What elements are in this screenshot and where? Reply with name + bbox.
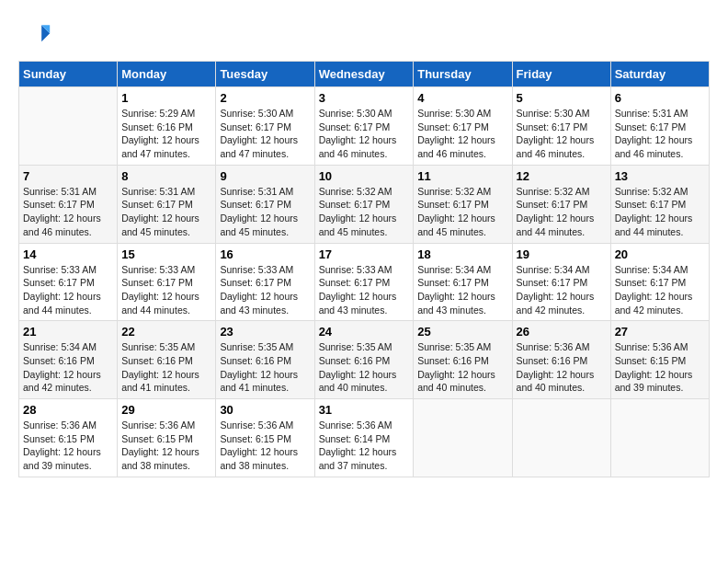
- day-number: 20: [615, 247, 705, 261]
- page-header: [18, 18, 710, 52]
- day-cell: 15Sunrise: 5:33 AM Sunset: 6:17 PM Dayli…: [118, 243, 216, 321]
- week-row-2: 7Sunrise: 5:31 AM Sunset: 6:17 PM Daylig…: [19, 165, 710, 243]
- day-cell: 25Sunrise: 5:35 AM Sunset: 6:16 PM Dayli…: [414, 321, 512, 399]
- day-cell: 5Sunrise: 5:30 AM Sunset: 6:17 PM Daylig…: [512, 87, 610, 166]
- day-info: Sunrise: 5:36 AM Sunset: 6:15 PM Dayligh…: [121, 419, 211, 473]
- day-info: Sunrise: 5:36 AM Sunset: 6:16 PM Dayligh…: [517, 340, 607, 395]
- header-saturday: Saturday: [610, 62, 709, 87]
- day-info: Sunrise: 5:33 AM Sunset: 6:17 PM Dayligh…: [220, 263, 310, 317]
- day-cell: 10Sunrise: 5:32 AM Sunset: 6:17 PM Dayli…: [314, 165, 414, 243]
- day-number: 27: [615, 325, 705, 339]
- day-cell: 27Sunrise: 5:36 AM Sunset: 6:15 PM Dayli…: [610, 321, 709, 399]
- day-cell: 17Sunrise: 5:33 AM Sunset: 6:17 PM Dayli…: [314, 243, 414, 321]
- week-row-5: 28Sunrise: 5:36 AM Sunset: 6:15 PM Dayli…: [19, 399, 710, 477]
- day-cell: 7Sunrise: 5:31 AM Sunset: 6:17 PM Daylig…: [19, 165, 118, 243]
- day-cell: 28Sunrise: 5:36 AM Sunset: 6:15 PM Dayli…: [19, 399, 118, 477]
- header-monday: Monday: [118, 62, 216, 87]
- day-info: Sunrise: 5:30 AM Sunset: 6:17 PM Dayligh…: [417, 107, 507, 161]
- day-number: 24: [319, 325, 410, 339]
- day-cell: 4Sunrise: 5:30 AM Sunset: 6:17 PM Daylig…: [414, 87, 512, 166]
- day-number: 12: [517, 169, 607, 183]
- day-info: Sunrise: 5:30 AM Sunset: 6:17 PM Dayligh…: [220, 107, 310, 161]
- day-info: Sunrise: 5:35 AM Sunset: 6:16 PM Dayligh…: [121, 340, 211, 395]
- day-cell: 6Sunrise: 5:31 AM Sunset: 6:17 PM Daylig…: [610, 87, 709, 166]
- day-number: 19: [517, 247, 607, 261]
- week-row-3: 14Sunrise: 5:33 AM Sunset: 6:17 PM Dayli…: [19, 243, 710, 321]
- day-info: Sunrise: 5:30 AM Sunset: 6:17 PM Dayligh…: [319, 107, 410, 161]
- day-info: Sunrise: 5:35 AM Sunset: 6:16 PM Dayligh…: [319, 340, 410, 395]
- day-info: Sunrise: 5:34 AM Sunset: 6:16 PM Dayligh…: [23, 340, 113, 395]
- day-cell: 13Sunrise: 5:32 AM Sunset: 6:17 PM Dayli…: [610, 165, 709, 243]
- day-number: 9: [220, 169, 310, 183]
- day-number: 1: [121, 91, 211, 105]
- day-number: 15: [121, 247, 211, 261]
- day-info: Sunrise: 5:33 AM Sunset: 6:17 PM Dayligh…: [121, 263, 211, 317]
- day-number: 16: [220, 247, 310, 261]
- day-cell: 21Sunrise: 5:34 AM Sunset: 6:16 PM Dayli…: [19, 321, 118, 399]
- day-cell: 1Sunrise: 5:29 AM Sunset: 6:16 PM Daylig…: [118, 87, 216, 166]
- day-cell: [610, 399, 709, 477]
- day-info: Sunrise: 5:32 AM Sunset: 6:17 PM Dayligh…: [417, 185, 507, 239]
- day-info: Sunrise: 5:34 AM Sunset: 6:17 PM Dayligh…: [517, 263, 607, 317]
- day-info: Sunrise: 5:31 AM Sunset: 6:17 PM Dayligh…: [23, 185, 113, 239]
- day-info: Sunrise: 5:34 AM Sunset: 6:17 PM Dayligh…: [417, 263, 507, 317]
- day-number: 30: [220, 403, 310, 417]
- day-cell: [414, 399, 512, 477]
- day-number: 5: [517, 91, 607, 105]
- day-cell: 14Sunrise: 5:33 AM Sunset: 6:17 PM Dayli…: [19, 243, 118, 321]
- day-number: 7: [23, 169, 113, 183]
- header-tuesday: Tuesday: [216, 62, 314, 87]
- day-cell: 16Sunrise: 5:33 AM Sunset: 6:17 PM Dayli…: [216, 243, 314, 321]
- day-cell: 18Sunrise: 5:34 AM Sunset: 6:17 PM Dayli…: [414, 243, 512, 321]
- day-cell: 8Sunrise: 5:31 AM Sunset: 6:17 PM Daylig…: [118, 165, 216, 243]
- day-number: 29: [121, 403, 211, 417]
- day-number: 14: [23, 247, 113, 261]
- week-row-4: 21Sunrise: 5:34 AM Sunset: 6:16 PM Dayli…: [19, 321, 710, 399]
- day-info: Sunrise: 5:33 AM Sunset: 6:17 PM Dayligh…: [23, 263, 113, 317]
- day-cell: 12Sunrise: 5:32 AM Sunset: 6:17 PM Dayli…: [512, 165, 610, 243]
- day-number: 26: [517, 325, 607, 339]
- day-cell: [512, 399, 610, 477]
- day-cell: 19Sunrise: 5:34 AM Sunset: 6:17 PM Dayli…: [512, 243, 610, 321]
- day-cell: 29Sunrise: 5:36 AM Sunset: 6:15 PM Dayli…: [118, 399, 216, 477]
- header-thursday: Thursday: [414, 62, 512, 87]
- day-number: 17: [319, 247, 410, 261]
- day-info: Sunrise: 5:30 AM Sunset: 6:17 PM Dayligh…: [517, 107, 607, 161]
- day-number: 18: [417, 247, 507, 261]
- day-cell: 2Sunrise: 5:30 AM Sunset: 6:17 PM Daylig…: [216, 87, 314, 166]
- day-info: Sunrise: 5:35 AM Sunset: 6:16 PM Dayligh…: [417, 340, 507, 395]
- day-cell: 26Sunrise: 5:36 AM Sunset: 6:16 PM Dayli…: [512, 321, 610, 399]
- day-info: Sunrise: 5:33 AM Sunset: 6:17 PM Dayligh…: [319, 263, 410, 317]
- day-number: 2: [220, 91, 310, 105]
- day-number: 4: [417, 91, 507, 105]
- day-cell: 22Sunrise: 5:35 AM Sunset: 6:16 PM Dayli…: [118, 321, 216, 399]
- day-number: 21: [23, 325, 113, 339]
- day-cell: 23Sunrise: 5:35 AM Sunset: 6:16 PM Dayli…: [216, 321, 314, 399]
- day-cell: 3Sunrise: 5:30 AM Sunset: 6:17 PM Daylig…: [314, 87, 414, 166]
- day-number: 10: [319, 169, 410, 183]
- header-friday: Friday: [512, 62, 610, 87]
- day-number: 13: [615, 169, 705, 183]
- logo: [18, 18, 55, 52]
- day-number: 23: [220, 325, 310, 339]
- day-number: 25: [417, 325, 507, 339]
- day-info: Sunrise: 5:32 AM Sunset: 6:17 PM Dayligh…: [517, 185, 607, 239]
- day-info: Sunrise: 5:29 AM Sunset: 6:16 PM Dayligh…: [121, 107, 211, 161]
- header-row: SundayMondayTuesdayWednesdayThursdayFrid…: [19, 62, 710, 87]
- day-number: 3: [319, 91, 410, 105]
- day-cell: [19, 87, 118, 166]
- day-info: Sunrise: 5:35 AM Sunset: 6:16 PM Dayligh…: [220, 340, 310, 395]
- day-info: Sunrise: 5:32 AM Sunset: 6:17 PM Dayligh…: [615, 185, 705, 239]
- header-sunday: Sunday: [19, 62, 118, 87]
- logo-icon: [18, 18, 51, 52]
- day-number: 6: [615, 91, 705, 105]
- day-cell: 30Sunrise: 5:36 AM Sunset: 6:15 PM Dayli…: [216, 399, 314, 477]
- day-cell: 11Sunrise: 5:32 AM Sunset: 6:17 PM Dayli…: [414, 165, 512, 243]
- day-info: Sunrise: 5:32 AM Sunset: 6:17 PM Dayligh…: [319, 185, 410, 239]
- day-number: 31: [319, 403, 410, 417]
- calendar-table: SundayMondayTuesdayWednesdayThursdayFrid…: [18, 61, 710, 477]
- day-info: Sunrise: 5:31 AM Sunset: 6:17 PM Dayligh…: [615, 107, 705, 161]
- day-info: Sunrise: 5:36 AM Sunset: 6:14 PM Dayligh…: [319, 419, 410, 473]
- header-wednesday: Wednesday: [314, 62, 414, 87]
- day-cell: 31Sunrise: 5:36 AM Sunset: 6:14 PM Dayli…: [314, 399, 414, 477]
